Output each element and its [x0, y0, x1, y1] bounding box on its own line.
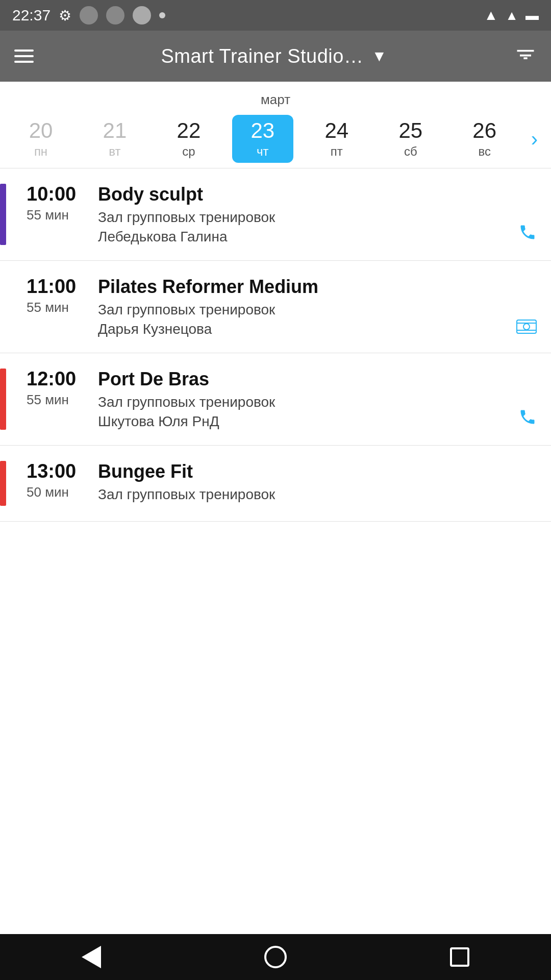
time-block: 13:00 50 мин	[16, 461, 98, 506]
class-time: 12:00	[27, 369, 98, 390]
svg-rect-0	[517, 320, 536, 333]
schedule-item-3[interactable]: 12:00 55 мин Port De Bras Зал групповых …	[0, 353, 551, 446]
home-button[interactable]	[264, 946, 287, 968]
day-label: чт	[257, 144, 269, 159]
money-icon[interactable]	[516, 317, 537, 338]
color-bar	[0, 461, 6, 506]
calendar-day-24[interactable]: 24 пт	[306, 119, 367, 159]
app-icon-3	[133, 6, 151, 24]
calendar-day-21[interactable]: 21 вт	[84, 119, 145, 159]
wifi-icon: ▲	[484, 7, 498, 23]
time-block: 10:00 55 мин	[16, 184, 98, 245]
day-label: вс	[478, 144, 490, 159]
status-bar: 22:37 ⚙ ▲ ▲ ▬	[0, 0, 551, 31]
day-label: ср	[182, 144, 195, 159]
class-details: Pilates Reformer Medium Зал групповых тр…	[98, 276, 537, 337]
dropdown-arrow-icon[interactable]: ▼	[371, 47, 387, 65]
color-bar	[0, 276, 6, 337]
app-bar: Smart Trainer Studio… ▼	[0, 31, 551, 82]
filter-icon	[514, 42, 537, 65]
class-time: 13:00	[27, 461, 98, 482]
day-number: 26	[472, 119, 496, 142]
class-details: Port De Bras Зал групповых тренировок Шк…	[98, 369, 537, 430]
home-icon	[264, 946, 287, 968]
class-room: Зал групповых тренировок	[98, 486, 537, 503]
status-time: 22:37	[12, 7, 51, 24]
svg-point-1	[523, 324, 530, 330]
schedule-item-2[interactable]: 11:00 55 мин Pilates Reformer Medium Зал…	[0, 261, 551, 353]
day-label: пн	[34, 144, 47, 159]
schedule-item-1[interactable]: 10:00 55 мин Body sculpt Зал групповых т…	[0, 168, 551, 261]
day-number: 22	[177, 119, 201, 142]
class-trainer: Лебедькова Галина	[98, 229, 537, 245]
app-title: Smart Trainer Studio…	[161, 45, 363, 67]
time-block: 12:00 55 мин	[16, 369, 98, 430]
color-bar	[0, 184, 6, 245]
color-bar	[0, 369, 6, 430]
calendar-next-arrow[interactable]: ›	[528, 128, 541, 151]
calendar-month: март	[5, 92, 546, 108]
calendar-day-20[interactable]: 20 пн	[10, 119, 71, 159]
app-icon-1	[80, 6, 98, 24]
calendar-day-26[interactable]: 26 вс	[454, 119, 515, 159]
schedule-list: 10:00 55 мин Body sculpt Зал групповых т…	[0, 168, 551, 934]
class-room: Зал групповых тренировок	[98, 394, 537, 410]
back-icon	[82, 946, 101, 968]
class-trainer: Шкутова Юля РнД	[98, 413, 537, 430]
app-icon-2	[106, 6, 124, 24]
time-block: 11:00 55 мин	[16, 276, 98, 337]
class-room: Зал групповых тренировок	[98, 302, 537, 318]
filter-button[interactable]	[514, 42, 537, 70]
phone-icon[interactable]	[518, 223, 537, 246]
class-name: Body sculpt	[98, 184, 537, 205]
day-number: 24	[324, 119, 348, 142]
day-number: 20	[29, 119, 53, 142]
class-details: Body sculpt Зал групповых тренировок Леб…	[98, 184, 537, 245]
gear-icon: ⚙	[59, 7, 71, 24]
schedule-item-4[interactable]: 13:00 50 мин Bungee Fit Зал групповых тр…	[0, 446, 551, 522]
phone-icon[interactable]	[518, 408, 537, 431]
calendar-days: 20 пн 21 вт 22 ср 23 чт 24 пт 25 сб 26 в…	[5, 115, 546, 163]
day-number: 21	[103, 119, 127, 142]
bottom-nav	[0, 934, 551, 980]
class-duration: 55 мин	[27, 207, 98, 223]
day-label: сб	[404, 144, 417, 159]
class-duration: 55 мин	[27, 392, 98, 408]
class-name: Port De Bras	[98, 369, 537, 390]
dot-indicator	[159, 12, 165, 18]
class-time: 11:00	[27, 276, 98, 298]
back-button[interactable]	[82, 946, 101, 968]
signal-icon: ▲	[505, 8, 518, 23]
day-number: 25	[398, 119, 422, 142]
class-duration: 55 мин	[27, 300, 98, 315]
battery-icon: ▬	[525, 8, 539, 23]
class-time: 10:00	[27, 184, 98, 205]
day-label: вт	[109, 144, 120, 159]
recent-icon	[450, 947, 469, 967]
calendar-day-23[interactable]: 23 чт	[232, 115, 293, 163]
class-name: Pilates Reformer Medium	[98, 276, 537, 298]
calendar-strip: март 20 пн 21 вт 22 ср 23 чт 24 пт 25 сб…	[0, 82, 551, 168]
class-trainer: Дарья Кузнецова	[98, 321, 537, 337]
calendar-day-22[interactable]: 22 ср	[158, 119, 219, 159]
calendar-day-25[interactable]: 25 сб	[380, 119, 441, 159]
day-number: 23	[251, 119, 275, 142]
recent-button[interactable]	[450, 947, 469, 967]
app-title-container: Smart Trainer Studio… ▼	[48, 45, 500, 67]
day-label: пт	[331, 144, 343, 159]
class-details: Bungee Fit Зал групповых тренировок	[98, 461, 537, 506]
class-name: Bungee Fit	[98, 461, 537, 482]
menu-button[interactable]	[14, 50, 34, 63]
class-room: Зал групповых тренировок	[98, 209, 537, 226]
class-duration: 50 мин	[27, 484, 98, 500]
